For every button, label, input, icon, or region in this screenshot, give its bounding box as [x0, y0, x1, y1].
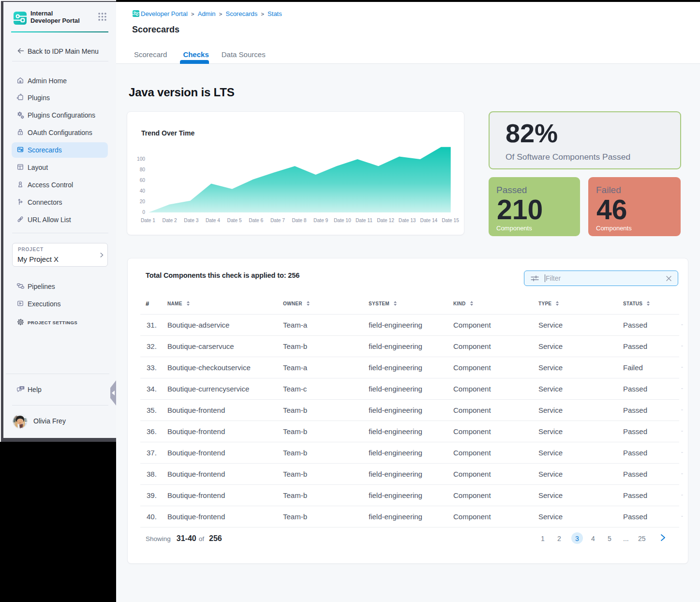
svg-text:Date 13: Date 13 — [399, 218, 416, 223]
svg-text:Date 4: Date 4 — [206, 218, 220, 223]
svg-text:Date 5: Date 5 — [227, 218, 242, 223]
svg-text:Date 9: Date 9 — [313, 218, 328, 223]
svg-text:Date 14: Date 14 — [420, 218, 438, 223]
svg-text:40: 40 — [140, 188, 146, 194]
svg-text:Date 15: Date 15 — [442, 218, 459, 223]
svg-text:0: 0 — [142, 210, 145, 215]
svg-text:20: 20 — [140, 199, 146, 204]
svg-text:Date 1: Date 1 — [141, 218, 155, 223]
svg-text:Date 2: Date 2 — [163, 218, 177, 223]
svg-text:Date 3: Date 3 — [184, 218, 198, 223]
svg-text:100: 100 — [137, 156, 145, 162]
svg-text:Date 10: Date 10 — [334, 218, 351, 223]
svg-text:Date 6: Date 6 — [249, 218, 263, 223]
svg-text:Date 12: Date 12 — [377, 218, 394, 223]
svg-text:Date 11: Date 11 — [356, 218, 372, 223]
svg-text:80: 80 — [140, 167, 146, 172]
svg-text:Date 7: Date 7 — [270, 218, 285, 223]
svg-text:60: 60 — [140, 178, 146, 183]
svg-text:Date 8: Date 8 — [292, 218, 306, 223]
